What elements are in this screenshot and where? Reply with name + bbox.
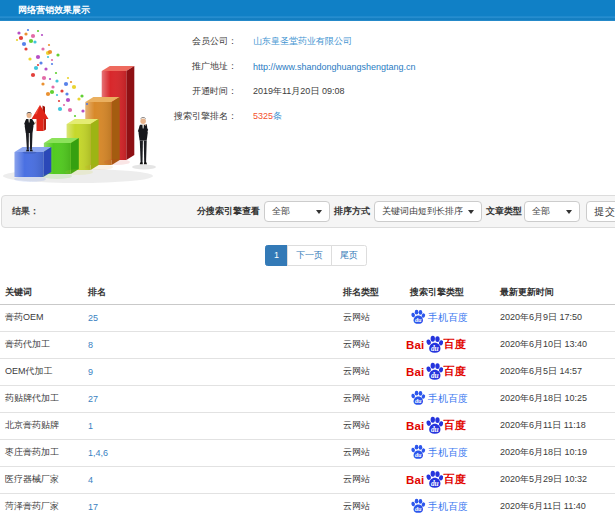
last-page-button[interactable]: 尾页 [331, 245, 367, 266]
sort-label: 排序方式 [334, 205, 370, 218]
baidu-logo: Bai du百度 [406, 416, 495, 436]
rank-type-cell: 云网站 [338, 358, 405, 385]
baidu-paw-icon: du [410, 390, 426, 405]
updated-cell: 2020年6月11日 11:40 [495, 493, 615, 520]
rank-type-cell: 云网站 [338, 493, 405, 520]
keyword-cell: 膏药OEM [0, 304, 83, 331]
engine-cell: Bai du百度 [405, 466, 495, 493]
chevron-down-icon [566, 210, 572, 214]
chevron-down-icon [316, 210, 322, 214]
column-header: 搜索引擎类型 [405, 281, 495, 304]
page: 网络营销效果展示 会员公司：山东皇圣堂药业有限公司推广地址：http://www… [0, 0, 615, 520]
info-label: 开通时间： [0, 85, 237, 98]
keyword-rank-table: 关键词排名排名类型搜索引擎类型最新更新时间 膏药OEM 25 云网站 du手机百… [0, 281, 615, 520]
engine-cell: Bai du百度 [405, 412, 495, 439]
promo-url-link[interactable]: http://www.shandonghuangshengtang.cn [253, 62, 416, 72]
rank-cell: 1,4,6 [83, 439, 338, 466]
baidu-logo: Bai du百度 [406, 362, 495, 382]
engine-cell: Bai du百度 [405, 331, 495, 358]
updated-cell: 2020年6月18日 10:25 [495, 385, 615, 412]
baidu-paw-icon: du [425, 416, 444, 434]
info-label: 推广地址： [0, 60, 237, 73]
table-header-row: 关键词排名排名类型搜索引擎类型最新更新时间 [0, 281, 615, 304]
rank-cell: 9 [83, 358, 338, 385]
info-label: 会员公司： [0, 35, 237, 48]
mobile-baidu-logo: du手机百度 [410, 498, 495, 515]
table-row: 菏泽膏药厂家 17 云网站 du手机百度 2020年6月11日 11:40 [0, 493, 615, 520]
rank-type-cell: 云网站 [338, 439, 405, 466]
next-page-button[interactable]: 下一页 [287, 245, 332, 266]
info-row-rank: 搜索引擎排名：5325条 [0, 104, 416, 129]
column-header: 关键词 [0, 281, 83, 304]
rank-cell: 27 [83, 385, 338, 412]
svg-text:du: du [430, 478, 438, 487]
open-time-value: 2019年11月20日 09:08 [253, 85, 344, 98]
rank-type-cell: 云网站 [338, 331, 405, 358]
table-row: 医疗器械厂家 4 云网站 Bai du百度 2020年5月29日 10:32 [0, 466, 615, 493]
info-row-time: 开通时间：2019年11月20日 09:08 [0, 79, 416, 104]
engine-filter-label: 分搜索引擎查看 [197, 205, 260, 218]
keyword-cell: 菏泽膏药厂家 [0, 493, 83, 520]
article-type-label: 文章类型 [486, 205, 522, 218]
rank-type-cell: 云网站 [338, 412, 405, 439]
svg-text:du: du [415, 397, 422, 404]
member-info: 会员公司：山东皇圣堂药业有限公司推广地址：http://www.shandong… [0, 29, 416, 129]
svg-text:du: du [430, 343, 438, 352]
info-row-company: 会员公司：山东皇圣堂药业有限公司 [0, 29, 416, 54]
svg-text:du: du [415, 505, 422, 512]
keyword-cell: 膏药代加工 [0, 331, 83, 358]
rank-type-cell: 云网站 [338, 466, 405, 493]
info-label: 搜索引擎排名： [0, 110, 237, 123]
table-row: 药贴牌代加工 27 云网站 du手机百度 2020年6月18日 10:25 [0, 385, 615, 412]
engine-select[interactable]: 全部 [264, 201, 330, 222]
rank-count: 5325条 [253, 110, 282, 123]
table-row: 枣庄膏药加工 1,4,6 云网站 du手机百度 2020年6月18日 10:19 [0, 439, 615, 466]
baidu-logo: Bai du百度 [406, 335, 495, 355]
updated-cell: 2020年6月18日 10:19 [495, 439, 615, 466]
keyword-cell: 药贴牌代加工 [0, 385, 83, 412]
svg-text:du: du [415, 316, 422, 323]
baidu-paw-icon: du [425, 335, 444, 353]
mobile-baidu-logo: du手机百度 [410, 390, 495, 407]
keyword-cell: OEM代加工 [0, 358, 83, 385]
pagination: 1 下一页 尾页 [1, 245, 615, 266]
engine-cell: Bai du百度 [405, 358, 495, 385]
table-row: 北京膏药贴牌 1 云网站 Bai du百度 2020年6月11日 11:18 [0, 412, 615, 439]
engine-cell: du手机百度 [405, 493, 495, 520]
baidu-paw-icon: du [425, 362, 444, 380]
svg-text:du: du [430, 424, 438, 433]
baidu-logo: Bai du百度 [406, 470, 495, 490]
result-label: 结果： [12, 205, 39, 218]
mobile-baidu-logo: du手机百度 [410, 444, 495, 461]
baidu-paw-icon: du [425, 470, 444, 488]
app-header: 网络营销效果展示 [0, 0, 615, 21]
keyword-cell: 医疗器械厂家 [0, 466, 83, 493]
page-1-button[interactable]: 1 [265, 245, 288, 266]
sort-select[interactable]: 关键词由短到长排序 [374, 201, 482, 222]
column-header: 排名 [83, 281, 338, 304]
baidu-paw-icon: du [410, 309, 426, 324]
column-header: 排名类型 [338, 281, 405, 304]
table-row: OEM代加工 9 云网站 Bai du百度 2020年6月5日 14:57 [0, 358, 615, 385]
rank-type-cell: 云网站 [338, 385, 405, 412]
keyword-cell: 枣庄膏药加工 [0, 439, 83, 466]
chevron-down-icon [468, 210, 474, 214]
baidu-paw-icon: du [410, 444, 426, 459]
keyword-cell: 北京膏药贴牌 [0, 412, 83, 439]
filter-controls: 分搜索引擎查看 全部 排序方式 关键词由短到长排序 文章类型 全部 提交 [197, 201, 615, 222]
rank-cell: 17 [83, 493, 338, 520]
company-name-link[interactable]: 山东皇圣堂药业有限公司 [253, 35, 352, 48]
updated-cell: 2020年5月29日 10:32 [495, 466, 615, 493]
article-type-select[interactable]: 全部 [524, 201, 580, 222]
rank-cell: 4 [83, 466, 338, 493]
engine-cell: du手机百度 [405, 304, 495, 331]
submit-button[interactable]: 提交 [586, 201, 615, 222]
page-title: 网络营销效果展示 [18, 0, 90, 21]
baidu-paw-icon: du [410, 498, 426, 513]
column-header: 最新更新时间 [495, 281, 615, 304]
updated-cell: 2020年6月5日 14:57 [495, 358, 615, 385]
rank-cell: 25 [83, 304, 338, 331]
updated-cell: 2020年6月10日 13:40 [495, 331, 615, 358]
rank-cell: 8 [83, 331, 338, 358]
filter-panel: 结果： 分搜索引擎查看 全部 排序方式 关键词由短到长排序 文章类型 全部 提交 [1, 195, 615, 228]
